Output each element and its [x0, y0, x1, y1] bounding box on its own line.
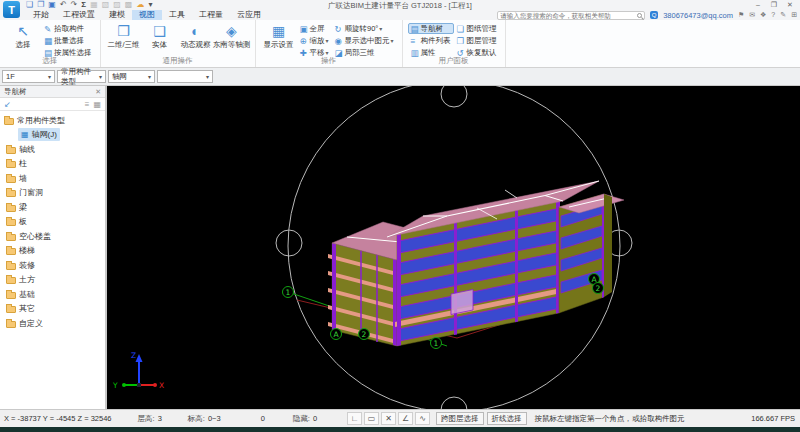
customize-qat-icon[interactable]: ▾: [148, 0, 152, 10]
display-settings-button[interactable]: ▦ 显示设置: [261, 22, 297, 50]
tree-item[interactable]: 自定义: [0, 316, 105, 331]
building-model[interactable]: [328, 181, 624, 346]
apps-icon[interactable]: ❖: [760, 11, 766, 19]
axis-bubble-a: A: [333, 330, 339, 339]
search-input[interactable]: [500, 12, 637, 19]
select-button[interactable]: ↖ 选择: [5, 22, 41, 50]
axis-bubble-1-bottom: 1: [434, 339, 439, 348]
tree-item[interactable]: 基础: [0, 287, 105, 302]
grid-view-icon[interactable]: ▦: [93, 100, 101, 109]
save-icon[interactable]: ▣: [48, 0, 56, 10]
line-style-icon[interactable]: ∿: [415, 412, 430, 425]
tree-item[interactable]: 柱: [0, 157, 105, 172]
3d-viewport[interactable]: 1 1 A 2 A 2 Z X: [107, 86, 800, 409]
folder-icon: [6, 161, 16, 168]
angle-snap-icon[interactable]: ∠: [398, 412, 413, 425]
view-quantity-icon[interactable]: ▦: [90, 0, 98, 10]
toggle-2d-3d-button[interactable]: ❒ 二维/三维: [106, 22, 142, 50]
pick-component-button[interactable]: ✎ 拾取构件: [41, 23, 95, 34]
tree-item[interactable]: 轴线: [0, 142, 105, 157]
close-panel-icon[interactable]: ✕: [95, 88, 101, 96]
group-label-common: 通用操作: [101, 56, 255, 66]
tab-start[interactable]: 开始: [26, 10, 56, 20]
account-email[interactable]: 380676473@qq.com: [663, 11, 733, 20]
show-selected-icon: ◉: [335, 36, 345, 46]
layer-manage-button[interactable]: ❐ 图层管理: [454, 35, 500, 46]
zoom-button[interactable]: ⊕ 缩放 ▾: [297, 35, 332, 46]
report-icon[interactable]: ▩: [125, 0, 133, 10]
tab-quantity[interactable]: 工程量: [192, 10, 230, 20]
folder-icon: [6, 277, 16, 284]
tab-tools[interactable]: 工具: [162, 10, 192, 20]
box-select-icon[interactable]: ▭: [364, 412, 379, 425]
open-file-icon[interactable]: ❐: [37, 0, 44, 10]
redo-icon[interactable]: ↷: [71, 0, 78, 10]
group-user-panel: ▤ 导航树 ≡ 构件列表 ▥ 属性 ❏ 图纸管理 ❐ 图层管理 ↺ 恢复默认 用…: [403, 20, 506, 67]
tree-item[interactable]: 装修: [0, 258, 105, 273]
cross-cursor-icon[interactable]: ✕: [381, 412, 396, 425]
grid-icon: ▦: [21, 130, 29, 139]
tab-view[interactable]: 视图: [132, 10, 162, 20]
help-icon[interactable]: ?: [771, 11, 775, 19]
cloud-save-icon[interactable]: ☁: [136, 0, 144, 10]
nav-tree-panel: 导航树 ✕ ↙ ≡ ▦ 常用构件类型 ▦ 轴网(J) 轴线 柱 墙: [0, 86, 107, 409]
check-model-icon[interactable]: ▨: [113, 0, 121, 10]
tree-item[interactable]: 门窗洞: [0, 186, 105, 201]
show-selected-button[interactable]: ◉ 显示选中图元 ▾: [332, 35, 397, 46]
summary-calc-icon[interactable]: Σ: [81, 0, 86, 10]
tab-modeling[interactable]: 建模: [102, 10, 132, 20]
tree-item[interactable]: 板: [0, 215, 105, 230]
tree-item[interactable]: 土方: [0, 273, 105, 288]
axis-bubble-2-right: 2: [596, 284, 601, 293]
help-search[interactable]: [497, 11, 645, 20]
tree-item[interactable]: 其它: [0, 302, 105, 317]
orbit-button[interactable]: ◐ 动态观察: [178, 22, 214, 50]
floor-select[interactable]: 1F▾: [2, 70, 55, 83]
close-button[interactable]: ✕: [782, 0, 798, 10]
minimize-button[interactable]: –: [750, 0, 766, 10]
message-icon[interactable]: ✉: [749, 11, 755, 19]
workspace-icon[interactable]: ⊞: [791, 11, 797, 19]
tab-cloud-app[interactable]: 云应用: [230, 10, 268, 20]
restore-button[interactable]: ❐: [766, 0, 782, 10]
polyline-select-button[interactable]: 折线选择: [487, 412, 527, 425]
app-logo-icon: T: [3, 1, 20, 18]
tree-item-root[interactable]: 常用构件类型: [0, 113, 105, 128]
solid-button[interactable]: ❑ 实体: [142, 22, 178, 50]
rotate-90-button[interactable]: ↻ 顺旋转90° ▾: [332, 23, 397, 34]
display-settings-icon: ▦: [272, 23, 285, 40]
tree-item[interactable]: 梁: [0, 200, 105, 215]
notification-icon[interactable]: ⚑: [738, 11, 744, 19]
drawing-manage-button[interactable]: ❏ 图纸管理: [454, 23, 500, 34]
tree-item-axis-grid-selected[interactable]: ▦ 轴网(J): [0, 128, 105, 143]
nav-tree-button[interactable]: ▤ 导航树: [408, 23, 454, 34]
name-select[interactable]: ▾: [157, 70, 213, 83]
view-table-icon[interactable]: ▧: [102, 0, 110, 10]
orbit-handle-left[interactable]: [276, 230, 302, 256]
orbit-handle-bottom[interactable]: [441, 397, 467, 409]
southeast-isometric-button[interactable]: ◈ 东南等轴测: [214, 22, 250, 50]
component-tree: 常用构件类型 ▦ 轴网(J) 轴线 柱 墙 门窗洞 梁 板 空心楼盖 楼梯 装修: [0, 111, 105, 409]
feedback-icon[interactable]: ✎: [780, 11, 786, 19]
fullscreen-button[interactable]: ▣ 全屏: [297, 23, 332, 34]
category-select[interactable]: 常用构件类型▾: [57, 70, 106, 83]
tree-item[interactable]: 空心楼盖: [0, 229, 105, 244]
orientation-triad-icon: Z X Y: [112, 351, 164, 390]
pin-panel-icon[interactable]: ↙: [4, 100, 11, 109]
axis-toggle-icon[interactable]: ∟: [347, 412, 362, 425]
chevron-down-icon: ▾: [326, 49, 329, 56]
cross-layer-select-button[interactable]: 跨图层选择: [436, 412, 484, 425]
tab-project-settings[interactable]: 工程设置: [56, 10, 102, 20]
tree-item[interactable]: 楼梯: [0, 244, 105, 259]
list-view-icon[interactable]: ≡: [85, 100, 90, 109]
context-toolbar: 1F▾ 常用构件类型▾ 轴网▾ ▾: [0, 68, 800, 86]
batch-select-button[interactable]: ▦ 批量选择: [41, 35, 95, 46]
element-select[interactable]: 轴网▾: [108, 70, 155, 83]
new-file-icon[interactable]: ❏: [26, 0, 33, 10]
triad-y-label: Y: [112, 381, 118, 390]
folder-icon: [6, 190, 16, 197]
orbit-handle-top[interactable]: [441, 86, 467, 107]
undo-icon[interactable]: ↶: [60, 0, 67, 10]
tree-item[interactable]: 墙: [0, 171, 105, 186]
component-list-button[interactable]: ≡ 构件列表: [408, 35, 454, 46]
